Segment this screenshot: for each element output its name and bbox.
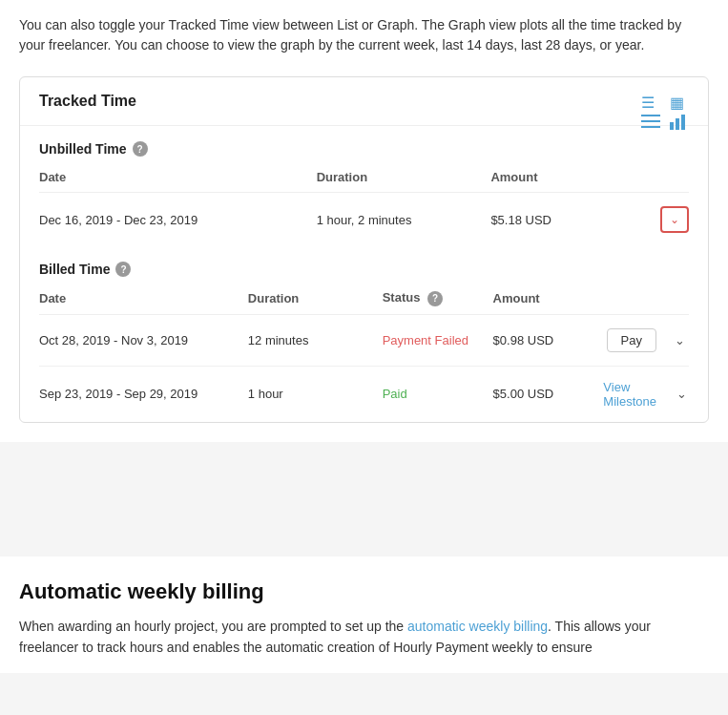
- svg-rect-1: [641, 120, 660, 122]
- status-help-icon[interactable]: ?: [427, 291, 443, 306]
- billed-time-header: Billed Time ?: [39, 246, 689, 284]
- intro-paragraph: You can also toggle your Tracked Time vi…: [19, 15, 709, 55]
- billed-col-date: Date: [39, 284, 248, 314]
- billed-row1-chevron[interactable]: ⌄: [670, 330, 689, 349]
- billed-table-header-row: Date Duration Status ? Amount: [39, 284, 689, 314]
- unbilled-row1-action: ⌄: [634, 193, 689, 247]
- svg-rect-2: [641, 126, 660, 128]
- svg-rect-3: [670, 122, 674, 130]
- billed-row2-amount: $5.00 USD: [493, 366, 604, 422]
- unbilled-col-duration: Duration: [317, 164, 491, 193]
- billed-row2-status-label: Paid: [383, 387, 407, 401]
- header-icons: [641, 93, 689, 110]
- unbilled-time-header: Unbilled Time ?: [39, 126, 689, 164]
- tracked-time-title: Tracked Time: [39, 93, 136, 110]
- graph-view-icon[interactable]: [670, 93, 689, 110]
- unbilled-col-amount: Amount: [490, 164, 633, 193]
- unbilled-help-icon[interactable]: ?: [133, 141, 148, 157]
- svg-rect-5: [681, 115, 685, 130]
- unbilled-time-label: Unbilled Time: [39, 141, 127, 157]
- unbilled-col-date: Date: [39, 164, 317, 193]
- unbilled-table: Date Duration Amount Dec 16, 2019 - Dec …: [39, 164, 689, 246]
- billed-row2-duration: 1 hour: [248, 366, 383, 422]
- auto-billing-text1: When awarding an hourly project, you are…: [19, 619, 407, 634]
- unbilled-row-1: Dec 16, 2019 - Dec 23, 2019 1 hour, 2 mi…: [39, 193, 689, 247]
- auto-billing-title: Automatic weekly billing: [19, 579, 709, 604]
- unbilled-row1-amount: $5.18 USD: [490, 193, 633, 247]
- auto-billing-section: Automatic weekly billing When awarding a…: [0, 557, 728, 674]
- billed-row-2: Sep 23, 2019 - Sep 29, 2019 1 hour Paid …: [39, 366, 689, 422]
- billed-row1-action-cell: Pay ⌄: [603, 328, 689, 352]
- unbilled-action-cell: ⌄: [634, 206, 689, 233]
- view-milestone-link[interactable]: View Milestone: [603, 380, 662, 409]
- pay-button[interactable]: Pay: [607, 328, 656, 352]
- tracked-time-header: Tracked Time: [20, 77, 708, 126]
- section-content: Unbilled Time ? Date Duration Amount Dec…: [20, 126, 708, 422]
- page-wrapper: You can also toggle your Tracked Time vi…: [0, 0, 728, 673]
- unbilled-row1-chevron-button[interactable]: ⌄: [660, 206, 689, 233]
- billed-row1-action: Pay ⌄: [603, 314, 689, 366]
- auto-billing-link[interactable]: automatic weekly billing: [407, 619, 548, 634]
- billed-row1-date: Oct 28, 2019 - Nov 3, 2019: [39, 314, 248, 366]
- billed-row2-chevron[interactable]: ⌄: [676, 385, 689, 404]
- billed-col-duration: Duration: [248, 284, 383, 314]
- billed-row1-amount: $0.98 USD: [493, 314, 604, 366]
- billed-row2-action-cell: View Milestone ⌄: [603, 380, 689, 409]
- billed-row2-date: Sep 23, 2019 - Sep 29, 2019: [39, 366, 248, 422]
- svg-rect-4: [676, 118, 679, 130]
- unbilled-row1-date: Dec 16, 2019 - Dec 23, 2019: [39, 193, 317, 247]
- grey-spacer: [0, 442, 728, 557]
- intro-text: You can also toggle your Tracked Time vi…: [0, 0, 728, 67]
- tracked-time-card: Tracked Time: [19, 76, 709, 423]
- billed-row1-status-label: Payment Failed: [383, 333, 468, 347]
- billed-col-status: Status ?: [383, 284, 493, 314]
- unbilled-row1-duration: 1 hour, 2 minutes: [317, 193, 491, 247]
- list-view-icon[interactable]: [641, 93, 660, 110]
- billed-col-action: [603, 284, 689, 314]
- billed-row1-duration: 12 minutes: [248, 314, 383, 366]
- billed-help-icon[interactable]: ?: [115, 262, 131, 277]
- billed-time-label: Billed Time: [39, 262, 110, 277]
- billed-row2-status: Paid: [383, 366, 493, 422]
- svg-rect-0: [641, 115, 660, 116]
- unbilled-col-action: [634, 164, 689, 193]
- billed-row1-status: Payment Failed: [383, 314, 493, 366]
- unbilled-table-header-row: Date Duration Amount: [39, 164, 689, 193]
- billed-row-1: Oct 28, 2019 - Nov 3, 2019 12 minutes Pa…: [39, 314, 689, 366]
- billed-table: Date Duration Status ? Amount Oct 28, 20…: [39, 284, 689, 422]
- billed-col-amount: Amount: [493, 284, 604, 314]
- auto-billing-text: When awarding an hourly project, you are…: [19, 616, 709, 659]
- billed-row2-action: View Milestone ⌄: [603, 366, 689, 422]
